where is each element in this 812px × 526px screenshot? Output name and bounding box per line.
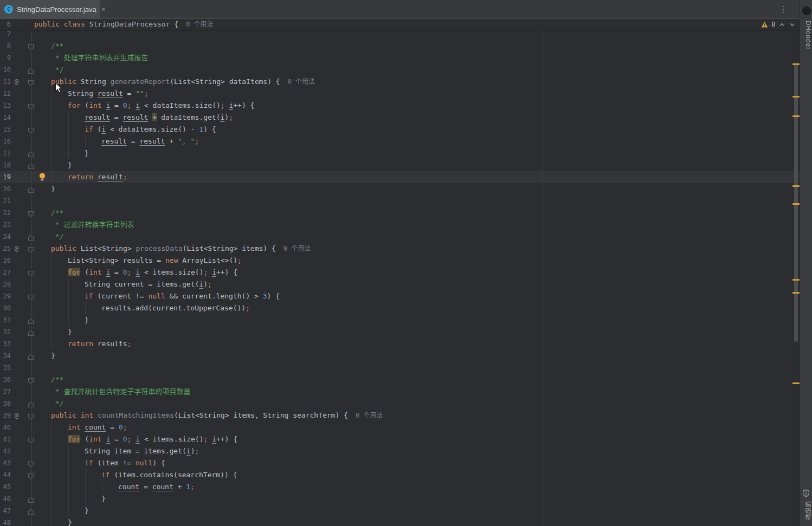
line-number[interactable]: 16: [0, 135, 11, 147]
line-number[interactable]: 22: [0, 207, 11, 219]
shield-icon[interactable]: [802, 489, 810, 497]
line-number[interactable]: 41: [0, 433, 11, 445]
code-line[interactable]: 16result = result + ", ";: [0, 135, 800, 147]
scrollbar-warning-mark[interactable]: [792, 96, 800, 98]
code-line[interactable]: 48}: [0, 517, 800, 526]
line-number[interactable]: 13: [0, 100, 11, 112]
line-number[interactable]: 37: [0, 386, 11, 398]
tool-button-dhcoder[interactable]: DHcoder: [800, 21, 812, 50]
code-line[interactable]: 30results.add(current.toUpperCase());: [0, 302, 800, 314]
line-number[interactable]: 48: [0, 517, 11, 526]
code-line[interactable]: 18}: [0, 159, 800, 171]
code-line[interactable]: 47}: [0, 505, 800, 517]
line-number[interactable]: 36: [0, 374, 11, 386]
code-line[interactable]: 38 */: [0, 398, 800, 410]
line-number[interactable]: 39: [0, 410, 11, 421]
code-line[interactable]: 33return results;: [0, 338, 800, 350]
line-number[interactable]: 47: [0, 505, 11, 517]
line-number[interactable]: 23: [0, 219, 11, 231]
line-number[interactable]: 28: [0, 278, 11, 290]
line-number[interactable]: 31: [0, 314, 11, 326]
code-line[interactable]: 19return result;: [0, 171, 800, 183]
code-line[interactable]: 45count = count + 1;: [0, 481, 800, 493]
line-number[interactable]: 17: [0, 147, 11, 159]
next-warning-button[interactable]: [789, 21, 796, 28]
annotation-gutter-icon[interactable]: @: [15, 243, 18, 255]
code-line[interactable]: 24 */: [0, 231, 800, 243]
line-number[interactable]: 12: [0, 88, 11, 100]
usage-count-hint[interactable]: 0 个用法: [356, 412, 383, 419]
scrollbar-warning-mark[interactable]: [792, 279, 800, 281]
code-line[interactable]: 39@public int countMatchingItems(List<St…: [0, 410, 800, 421]
code-line[interactable]: 25@public List<String> processData(List<…: [0, 243, 800, 255]
line-number[interactable]: 15: [0, 124, 11, 135]
code-line[interactable]: 36/**: [0, 374, 800, 386]
code-line[interactable]: 8/**: [0, 40, 800, 52]
line-number[interactable]: 43: [0, 457, 11, 469]
line-number[interactable]: 30: [0, 302, 11, 314]
scrollbar-warning-mark[interactable]: [792, 292, 800, 294]
code-line[interactable]: 40int count = 0;: [0, 421, 800, 433]
code-line[interactable]: 23 * 过滤并转换字符串列表: [0, 219, 800, 231]
code-line[interactable]: 10 */: [0, 64, 800, 76]
intention-bulb-icon[interactable]: [38, 172, 47, 181]
usage-count-hint[interactable]: 0 个用法: [283, 245, 311, 252]
line-number[interactable]: 14: [0, 112, 11, 124]
code-line[interactable]: 11@public String generateReport(List<Str…: [0, 76, 800, 88]
line-number[interactable]: 26: [0, 255, 11, 267]
code-line[interactable]: 46}: [0, 493, 800, 505]
tab-stringdataprocessor[interactable]: C StringDataProcessor.java ×: [0, 0, 100, 18]
line-number[interactable]: 24: [0, 231, 11, 243]
tab-close-icon[interactable]: ×: [101, 5, 106, 13]
code-line[interactable]: 9 * 处理字符串列表并生成报告: [0, 52, 800, 64]
line-number[interactable]: 20: [0, 183, 11, 195]
line-number[interactable]: 34: [0, 350, 11, 362]
code-line[interactable]: 22/**: [0, 207, 800, 219]
code-line[interactable]: 32}: [0, 326, 800, 338]
code-line[interactable]: 21: [0, 195, 800, 207]
line-number[interactable]: 32: [0, 326, 11, 338]
line-number[interactable]: 29: [0, 290, 11, 302]
code-line[interactable]: 13for (int i = 0; i < dataItems.size(); …: [0, 100, 800, 112]
code-line[interactable]: 37 * 查找并统计包含特定子字符串的项目数量: [0, 386, 800, 398]
dhcoder-plugin-icon[interactable]: [802, 7, 811, 15]
code-line[interactable]: 34}: [0, 350, 800, 362]
line-number[interactable]: 27: [0, 267, 11, 278]
usage-count-hint[interactable]: 0 个用法: [288, 78, 315, 86]
code-line[interactable]: 44if (item.contains(searchTerm)) {: [0, 469, 800, 481]
line-number[interactable]: 46: [0, 493, 11, 505]
line-number[interactable]: 33: [0, 338, 11, 350]
annotation-gutter-icon[interactable]: @: [15, 76, 18, 88]
inspections-widget[interactable]: 8: [761, 18, 796, 30]
code-line[interactable]: 29if (current != null && current.length(…: [0, 290, 800, 302]
tab-options-kebab-icon[interactable]: ⋮: [778, 4, 788, 14]
line-number[interactable]: 11: [0, 76, 11, 88]
code-line[interactable]: 31}: [0, 314, 800, 326]
code-line[interactable]: 14result = result + dataItems.get(i);: [0, 112, 800, 124]
code-line[interactable]: 27for (int i = 0; i < items.size(); i++)…: [0, 267, 800, 278]
sticky-header-line[interactable]: 6 public class StringDataProcessor {0 个用…: [0, 18, 800, 31]
annotation-gutter-icon[interactable]: @: [15, 410, 18, 421]
code-line[interactable]: 15if (i < dataItems.size() - 1) {: [0, 124, 800, 135]
line-number[interactable]: 45: [0, 481, 11, 493]
code-line[interactable]: 41for (int i = 0; i < items.size(); i++)…: [0, 433, 800, 445]
code-line[interactable]: 17}: [0, 147, 800, 159]
code-line[interactable]: 42String item = items.get(i);: [0, 445, 800, 457]
scrollbar-warning-mark[interactable]: [792, 185, 800, 187]
line-number[interactable]: 25: [0, 243, 11, 255]
code-line[interactable]: 26List<String> results = new ArrayList<>…: [0, 255, 800, 267]
code-line[interactable]: 28String current = items.get(i);: [0, 278, 800, 290]
line-number[interactable]: 42: [0, 445, 11, 457]
line-number[interactable]: 9: [0, 52, 11, 64]
code-line[interactable]: 12String result = "";: [0, 88, 800, 100]
prev-warning-button[interactable]: [778, 21, 785, 28]
tool-button-bottom[interactable]: 编码帮: [800, 501, 812, 521]
scrollbar-warning-mark[interactable]: [792, 382, 800, 384]
scrollbar-warning-mark[interactable]: [792, 115, 800, 117]
scrollbar-warning-mark[interactable]: [792, 63, 800, 65]
line-number[interactable]: 21: [0, 195, 11, 207]
line-number[interactable]: 44: [0, 469, 11, 481]
code-line[interactable]: 43if (item != null) {: [0, 457, 800, 469]
line-number[interactable]: 18: [0, 159, 11, 171]
code-line[interactable]: 20}: [0, 183, 800, 195]
